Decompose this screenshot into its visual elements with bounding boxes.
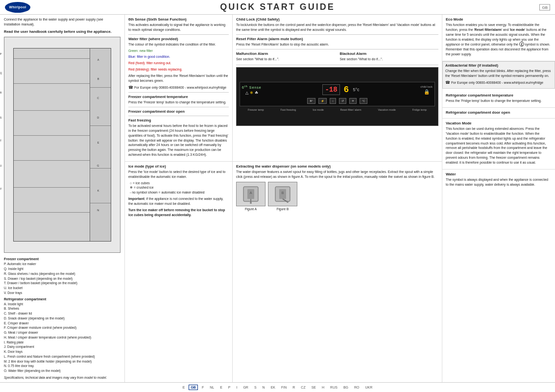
fridge-temp-title: Refrigerator compartment temperature (446, 93, 552, 98)
flag-cz[interactable]: CZ (299, 385, 307, 390)
dispenser-text: The water dispenser features a swivel sp… (236, 170, 438, 179)
water-title: Water (446, 172, 552, 176)
flag-e[interactable]: E (181, 385, 187, 390)
list-item: S. Drawer / top basket (depending on the… (4, 276, 121, 281)
list-item: H. Meat / crisper drawer temperature con… (4, 335, 121, 340)
list-item: F. Crisper drawer moisture control (wher… (4, 325, 121, 330)
middle-column: 6th Sense (Sixth Sense Function) This ac… (125, 15, 442, 382)
logo-area: Whirlpool (5, 2, 30, 13)
vacation-mode-title: Vacation Mode (446, 121, 552, 125)
diagram-label-r: R (0, 91, 2, 94)
control-panel: 6th Sense △ ❄ ☘ -18 6 (236, 67, 438, 126)
freezer-compartment-title: Freezer compartment (4, 257, 121, 261)
flag-r[interactable]: R (290, 385, 297, 390)
malfunction-text: See section "What to do if...". (236, 57, 335, 62)
figure-a-image: A (236, 182, 265, 206)
cp-fridge-temp: 5°c (353, 87, 359, 92)
malfunction-title: Malfunction Alarm (236, 51, 335, 56)
diagram-label-u: U (0, 164, 2, 167)
diagram-label-q: Q (0, 72, 2, 74)
water-filter-after: After replacing the filter, press the 'R… (128, 74, 229, 83)
eco-mode-title: Eco Mode (446, 17, 552, 22)
water-text: The symbol is always displayed and when … (446, 177, 552, 187)
list-item: L. Fresh control and Nature fresh compar… (4, 354, 121, 359)
alarm-row: Malfunction Alarm See section "What to d… (236, 51, 438, 63)
ice-bullet-2: ❄ = crushed ice (130, 185, 229, 190)
water-section: Water The symbol is always displayed and… (442, 170, 555, 191)
mid-top-left: 6th Sense (Sixth Sense Function) This ac… (125, 15, 233, 161)
cp-btn-reset[interactable]: ↺ (339, 98, 346, 104)
flag-ro[interactable]: RO (352, 385, 362, 390)
specs-note: Specifications, technical data and image… (4, 375, 121, 380)
flag-s[interactable]: S (252, 385, 259, 390)
antibac-text: Change the filter when the symbol blinks… (445, 69, 552, 78)
list-item: U. Ice bucket (4, 286, 121, 291)
cp-btn-fast[interactable]: ⚡ (318, 98, 327, 104)
vacation-mode-section: Vacation Mode This function can be used … (442, 119, 555, 170)
flag-bg[interactable]: BG (341, 385, 350, 390)
cp-freezer-temp: -18 (322, 84, 339, 95)
eco-mode-text: This function enables you to save energy… (446, 23, 552, 57)
phone-icon-2: ☎ (445, 80, 450, 85)
fridge-temp-section: Refrigerator compartment temperature Pre… (442, 91, 555, 108)
ice-mode-title: Ice mode (type of ice) (128, 164, 229, 169)
fig-b-container: B Figure B (268, 182, 297, 211)
flag-gr[interactable]: GR (241, 385, 250, 390)
logo-text: Whirlpool (9, 5, 26, 9)
flag-rus[interactable]: RUS (328, 385, 339, 390)
svg-text:B: B (282, 191, 284, 195)
cp-label-0: Freezer temp (248, 108, 264, 111)
list-item: O. Water filter (depending on the model) (4, 368, 121, 373)
fridge-door-section: Refrigerator compartment door open (442, 108, 555, 119)
cp-btn-vacation[interactable]: ✈ (349, 98, 357, 104)
cp-label-3: Reset filter/ alarm (340, 108, 362, 111)
fridge-temp-text: Press the 'Fridge temp' button to change… (446, 98, 552, 103)
flag-p[interactable]: P (226, 385, 233, 390)
water-filter-phone-text: For Europe only 00800-40088400 - www.whi… (134, 86, 226, 89)
ice-mode-text: Press the 'Ice mode' button to select th… (128, 170, 229, 179)
antibac-phone-text: For Europe only 00800-40088400 - www.whi… (451, 81, 543, 84)
flag-h[interactable]: H (320, 385, 326, 390)
fig-b-svg: B (270, 184, 295, 204)
snowflake-icon: ❄ (250, 91, 253, 95)
cp-btn-fridge[interactable]: °C (360, 98, 367, 104)
cp-buttons-row: ❄° ⚡ ○ ↺ ✈ °C (307, 98, 368, 104)
flag-gb[interactable]: GB (189, 385, 198, 390)
fast-freezing-title: Fast freezing (128, 118, 229, 122)
list-item: R. Glass shelves / racks (depending on t… (4, 271, 121, 276)
fridge-inner-diagram: P Q R S T U V A B C D E G K N (13, 48, 112, 242)
ice-mode-section: Ice mode (type of ice) Press the 'Ice mo… (125, 162, 233, 382)
flag-e2[interactable]: E (218, 385, 224, 390)
main-content: Connect the appliance to the water suppl… (0, 15, 555, 382)
list-item: E. Crisper drawer (4, 321, 121, 326)
header: Whirlpool QUICK START GUIDE GB (0, 0, 555, 15)
list-item: Q. Inside light (4, 267, 121, 271)
diagram-label-d: D (97, 116, 99, 119)
cp-btn-ice[interactable]: ○ (330, 98, 336, 104)
lock-icon: 🔒 (424, 89, 430, 95)
list-item: C. Shelf - drawer lid (4, 311, 121, 316)
triangle-icon: △ (245, 91, 248, 95)
flag-i[interactable]: I (234, 385, 239, 390)
list-item: G. Meat / crisper drawer (4, 330, 121, 335)
reset-filter-title: Reset Filter Alarm (alarm mute button) (236, 37, 438, 41)
reset-filter-text: Press the 'Reset Filter/Alarm' button to… (236, 42, 438, 47)
ice-important: Important: if the appliance is not conne… (128, 196, 229, 206)
flag-se[interactable]: SE (310, 385, 318, 390)
list-item: N. 0.75 litre door tray. (4, 364, 121, 368)
diagram-label-e: E (97, 141, 99, 144)
flag-fin[interactable]: FIN (279, 385, 289, 390)
svg-point-8 (287, 201, 289, 203)
cp-btn-freezer[interactable]: ❄° (307, 98, 315, 104)
flag-n[interactable]: N (261, 385, 267, 390)
flag-ukr[interactable]: UKR (363, 385, 375, 390)
vacation-mode-text: This function can be used during extende… (446, 126, 552, 165)
flag-f[interactable]: F (200, 385, 206, 390)
flag-ek[interactable]: EK (269, 385, 277, 390)
cp-label-2: Ice mode (313, 108, 324, 111)
list-item: K. Door trays (4, 349, 121, 354)
freezer-temp-title: Freezer compartment temperature (128, 95, 229, 99)
flag-nl[interactable]: NL (208, 385, 216, 390)
water-filter-red-fixed: Red (fixed): filter running out. (128, 61, 229, 66)
page: Whirlpool QUICK START GUIDE GB Connect t… (0, 0, 555, 392)
